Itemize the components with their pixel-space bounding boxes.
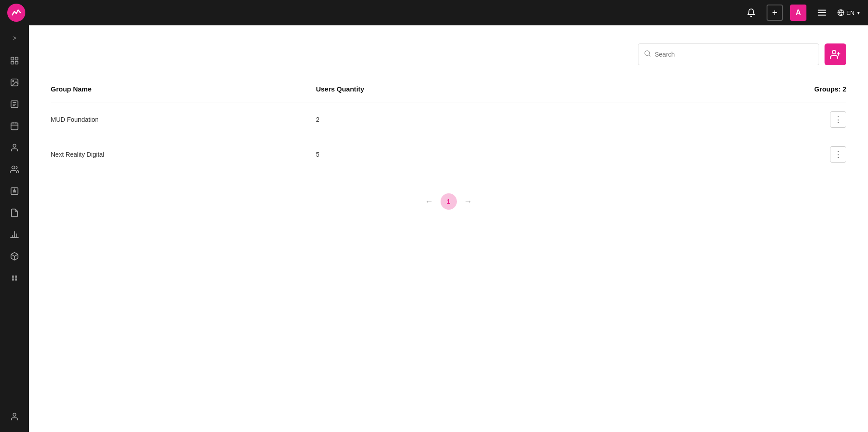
col-groups-count: Groups: 2 bbox=[581, 85, 846, 93]
svg-point-19 bbox=[13, 144, 16, 148]
sidebar: > bbox=[0, 25, 29, 432]
search-box bbox=[638, 43, 819, 65]
svg-rect-5 bbox=[11, 58, 14, 60]
table-header: Group Name Users Quantity Groups: 2 bbox=[51, 80, 846, 98]
notification-bell-button[interactable] bbox=[743, 5, 759, 21]
svg-rect-6 bbox=[15, 58, 18, 60]
svg-point-31 bbox=[15, 276, 17, 277]
add-button[interactable]: + bbox=[767, 5, 783, 21]
language-chevron-icon: ▼ bbox=[856, 10, 861, 15]
ellipsis-vertical-icon: ⋮ bbox=[834, 149, 842, 159]
table-row: Next Reality Digital 5 ⋮ bbox=[51, 137, 846, 172]
next-page-button[interactable]: → bbox=[464, 197, 472, 206]
sidebar-item-bar-chart[interactable] bbox=[5, 225, 24, 245]
sidebar-item-calendar[interactable] bbox=[5, 116, 24, 136]
svg-point-33 bbox=[15, 279, 17, 280]
main-layout: > bbox=[0, 25, 868, 432]
table-row: MUD Foundation 2 ⋮ bbox=[51, 102, 846, 137]
user-initial: A bbox=[796, 9, 801, 17]
navbar-left bbox=[7, 4, 25, 22]
sidebar-item-gallery[interactable] bbox=[5, 72, 24, 92]
row-action-menu-button-0[interactable]: ⋮ bbox=[830, 111, 846, 128]
language-selector[interactable]: EN ▼ bbox=[837, 9, 861, 16]
add-group-button[interactable] bbox=[825, 43, 846, 65]
language-label: EN bbox=[846, 10, 854, 16]
sidebar-item-documents[interactable] bbox=[5, 203, 24, 223]
users-quantity-cell: 2 bbox=[316, 116, 581, 123]
svg-rect-8 bbox=[15, 62, 18, 64]
page-1-button[interactable]: 1 bbox=[441, 193, 457, 210]
sidebar-item-group-users[interactable] bbox=[5, 159, 24, 179]
sidebar-item-apps[interactable] bbox=[5, 268, 24, 288]
col-group-name: Group Name bbox=[51, 85, 316, 93]
sidebar-item-reports[interactable] bbox=[5, 94, 24, 114]
ellipsis-vertical-icon: ⋮ bbox=[834, 115, 842, 125]
navbar: + A EN ▼ bbox=[0, 0, 868, 25]
svg-rect-7 bbox=[11, 62, 14, 64]
svg-line-36 bbox=[649, 55, 650, 56]
sidebar-item-user[interactable] bbox=[5, 138, 24, 158]
content-area: Group Name Users Quantity Groups: 2 MUD … bbox=[29, 25, 868, 432]
logo[interactable] bbox=[7, 4, 25, 22]
hamburger-menu-button[interactable] bbox=[814, 5, 830, 21]
sidebar-item-box[interactable] bbox=[5, 246, 24, 266]
svg-point-20 bbox=[12, 166, 15, 169]
users-quantity-cell: 5 bbox=[316, 151, 581, 158]
svg-point-30 bbox=[12, 276, 14, 277]
user-avatar-button[interactable]: A bbox=[790, 5, 806, 21]
search-input[interactable] bbox=[655, 51, 813, 58]
actions-cell: ⋮ bbox=[581, 111, 846, 128]
sidebar-toggle[interactable]: > bbox=[9, 31, 20, 45]
svg-point-10 bbox=[13, 81, 14, 82]
sidebar-item-account[interactable] bbox=[5, 407, 24, 427]
search-icon bbox=[644, 50, 651, 59]
svg-rect-15 bbox=[11, 123, 18, 130]
group-name-cell: MUD Foundation bbox=[51, 116, 316, 123]
pagination: ← 1 → bbox=[51, 193, 846, 210]
top-actions bbox=[51, 43, 846, 65]
prev-page-button[interactable]: ← bbox=[425, 197, 433, 206]
svg-point-32 bbox=[12, 279, 14, 280]
svg-point-37 bbox=[832, 50, 836, 54]
sidebar-item-analytics[interactable] bbox=[5, 181, 24, 201]
sidebar-item-dashboard[interactable] bbox=[5, 51, 24, 71]
row-action-menu-button-1[interactable]: ⋮ bbox=[830, 146, 846, 163]
navbar-right: + A EN ▼ bbox=[743, 5, 861, 21]
group-name-cell: Next Reality Digital bbox=[51, 151, 316, 158]
actions-cell: ⋮ bbox=[581, 146, 846, 163]
plus-icon: + bbox=[772, 8, 777, 18]
svg-point-34 bbox=[13, 413, 16, 417]
col-users-quantity: Users Quantity bbox=[316, 85, 581, 93]
